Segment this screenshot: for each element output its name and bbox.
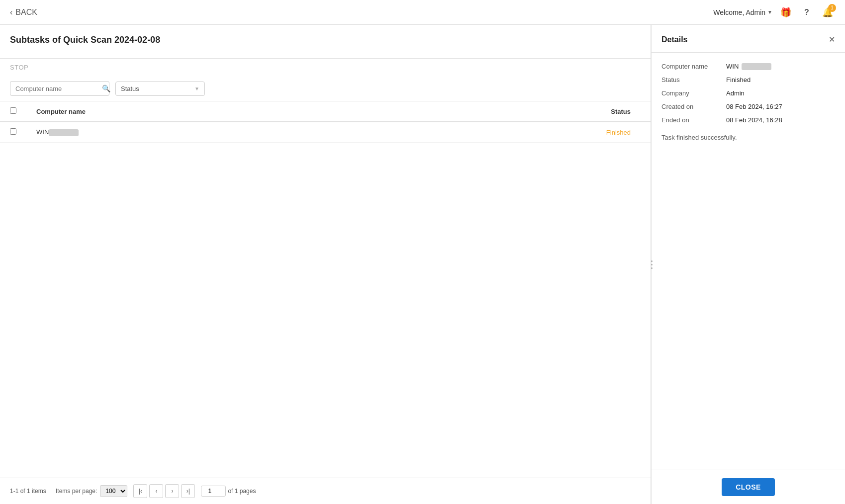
row-computer-name-cell: WIN <box>26 122 376 143</box>
gift-icon-button[interactable]: 🎁 <box>778 5 793 20</box>
detail-status-value: Finished <box>726 76 751 84</box>
detail-ended-on-value: 08 Feb 2024, 16:28 <box>726 116 782 124</box>
pagination-controls: |‹ ‹ › ›| <box>133 484 195 498</box>
row-checkbox-cell <box>0 122 26 143</box>
chevron-down-icon: ▼ <box>767 9 772 15</box>
status-filter[interactable]: Status ▼ <box>115 82 205 96</box>
th-status-label: Status <box>611 108 631 115</box>
subtasks-table: Computer name Status WIN <box>0 101 651 143</box>
main-container: Subtasks of Quick Scan 2024-02-08 STOP 🔍… <box>0 25 845 504</box>
next-page-button[interactable]: › <box>165 484 179 498</box>
help-icon-button[interactable]: ? <box>799 5 814 20</box>
first-page-button[interactable]: |‹ <box>133 484 147 498</box>
computer-name-blurred <box>49 129 79 136</box>
resize-dot-1 <box>651 260 653 262</box>
prev-page-button[interactable]: ‹ <box>149 484 163 498</box>
details-title: Details <box>661 35 687 44</box>
left-panel: Subtasks of Quick Scan 2024-02-08 STOP 🔍… <box>0 25 651 504</box>
computer-name-prefix: WIN <box>36 128 49 136</box>
detail-created-on-row: Created on 08 Feb 2024, 16:27 <box>661 103 835 110</box>
user-menu[interactable]: Welcome, Admin ▼ <box>713 8 772 16</box>
row-status-cell: Finished <box>376 122 651 143</box>
search-icon: 🔍 <box>102 84 110 92</box>
detail-company-value: Admin <box>726 89 745 97</box>
details-close-icon-button[interactable]: ✕ <box>829 35 835 44</box>
resize-dot-3 <box>651 267 653 269</box>
back-label: BACK <box>15 8 37 17</box>
detail-ended-on-label: Ended on <box>661 116 726 124</box>
notification-icon-button[interactable]: 🔔 1 <box>820 5 835 20</box>
detail-status-label: Status <box>661 76 726 84</box>
right-panel: Details ✕ Computer name WIN Status Finis… <box>651 25 845 504</box>
detail-company-label: Company <box>661 89 726 97</box>
detail-computer-name-value: WIN <box>726 63 771 70</box>
table-container: Computer name Status WIN <box>0 101 651 478</box>
topbar: ‹ BACK Welcome, Admin ▼ 🎁 ? 🔔 1 <box>0 0 845 25</box>
of-pages-label: of 1 pages <box>228 488 256 495</box>
resize-dot-2 <box>651 264 653 265</box>
th-checkbox <box>0 101 26 122</box>
items-per-page: Items per page: 100 <box>56 485 127 497</box>
items-count: 1-1 of 1 items <box>10 488 50 495</box>
status-select-input[interactable]: Status <box>121 85 191 92</box>
stop-button[interactable]: STOP <box>10 64 28 71</box>
computer-name-search-box: 🔍 <box>10 81 109 96</box>
notification-badge: 1 <box>828 4 836 12</box>
details-content: Computer name WIN Status Finished Compan… <box>652 53 845 470</box>
topbar-right: Welcome, Admin ▼ 🎁 ? 🔔 1 <box>713 5 835 20</box>
back-arrow-icon: ‹ <box>10 8 12 17</box>
table-row[interactable]: WIN Finished <box>0 122 651 143</box>
table-header: Computer name Status <box>0 101 651 122</box>
close-button[interactable]: CLOSE <box>722 478 775 496</box>
details-header: Details ✕ <box>652 25 845 53</box>
table-header-row: Computer name Status <box>0 101 651 122</box>
detail-company-row: Company Admin <box>661 89 835 97</box>
detail-ended-on-row: Ended on 08 Feb 2024, 16:28 <box>661 116 835 124</box>
welcome-text: Welcome, Admin <box>713 8 765 16</box>
status-badge: Finished <box>606 129 631 136</box>
computer-name-search-input[interactable] <box>15 85 99 92</box>
gift-icon: 🎁 <box>780 7 791 18</box>
detail-computer-name-prefix: WIN <box>726 63 739 70</box>
detail-created-on-value: 08 Feb 2024, 16:27 <box>726 103 782 110</box>
current-page-input[interactable] <box>201 486 226 497</box>
pagination-bar: 1-1 of 1 items Items per page: 100 |‹ ‹ … <box>0 478 651 504</box>
resize-handle[interactable] <box>649 257 654 272</box>
row-checkbox[interactable] <box>10 128 16 135</box>
detail-created-on-label: Created on <box>661 103 726 110</box>
select-all-checkbox[interactable] <box>10 107 16 114</box>
th-computer-name-label: Computer name <box>36 108 86 115</box>
detail-computer-name-row: Computer name WIN <box>661 63 835 70</box>
action-bar: STOP <box>0 59 651 76</box>
page-input: of 1 pages <box>201 486 256 497</box>
resize-dots <box>651 260 653 269</box>
back-button[interactable]: ‹ BACK <box>10 8 37 17</box>
filter-bar: 🔍 Status ▼ <box>0 76 651 101</box>
detail-status-row: Status Finished <box>661 76 835 84</box>
page-title: Subtasks of Quick Scan 2024-02-08 <box>10 35 641 45</box>
left-panel-header: Subtasks of Quick Scan 2024-02-08 <box>0 25 651 59</box>
th-computer-name: Computer name <box>26 101 376 122</box>
items-per-page-select[interactable]: 100 <box>100 485 127 497</box>
chevron-down-icon: ▼ <box>194 86 199 91</box>
detail-computer-name-blurred <box>742 63 771 70</box>
items-per-page-label: Items per page: <box>56 488 97 495</box>
success-message: Task finished successfully. <box>661 134 835 141</box>
table-body: WIN Finished <box>0 122 651 143</box>
last-page-button[interactable]: ›| <box>181 484 195 498</box>
right-panel-footer: CLOSE <box>652 470 845 504</box>
help-icon: ? <box>804 8 809 17</box>
th-status: Status <box>376 101 651 122</box>
detail-computer-name-label: Computer name <box>661 63 726 70</box>
